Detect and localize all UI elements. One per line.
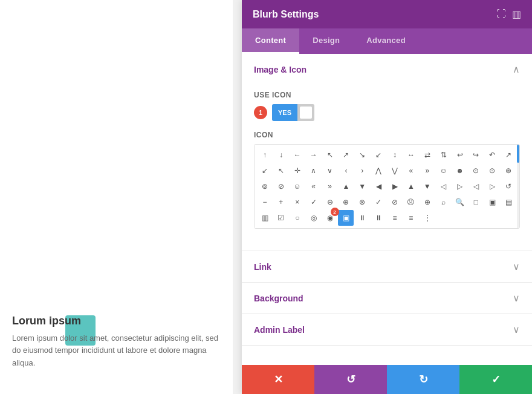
icon-cell[interactable]: ⏸ xyxy=(354,210,370,226)
panel-header-icons: ⛶ ▥ xyxy=(496,8,521,20)
background-chevron: ∨ xyxy=(513,292,520,304)
icon-cell[interactable]: » xyxy=(420,163,435,179)
icon-cell[interactable]: ⇄ xyxy=(420,147,435,163)
image-icon-section-header[interactable]: Image & Icon ∧ xyxy=(242,54,532,85)
icon-cell[interactable]: ↪ xyxy=(468,147,484,163)
icon-cell[interactable]: + xyxy=(273,194,289,210)
icon-cell[interactable]: ⋮ xyxy=(420,210,435,226)
icon-cell[interactable]: ◀ xyxy=(371,179,386,194)
admin-label-section: Admin Label ∨ xyxy=(242,314,532,346)
icon-cell[interactable]: ‹ xyxy=(338,163,354,179)
icon-cell[interactable]: ∨ xyxy=(322,163,338,179)
icon-cell[interactable]: ▥ xyxy=(257,210,273,226)
icon-cell[interactable]: ↺ xyxy=(501,179,516,194)
preview-text-area: Lorum ipsum Lorem ipsum dolor sit amet, … xyxy=(0,315,233,370)
icon-cell[interactable]: ↖ xyxy=(322,147,338,163)
redo-button[interactable]: ↻ xyxy=(387,365,459,394)
columns-icon[interactable]: ▥ xyxy=(512,8,521,20)
tab-advanced[interactable]: Advanced xyxy=(353,28,419,54)
admin-label-section-header[interactable]: Admin Label ∨ xyxy=(242,314,532,345)
icon-cell[interactable]: ◁ xyxy=(436,179,452,194)
icon-cell-selected[interactable]: ▣ xyxy=(338,210,354,226)
icon-cell[interactable]: ↙ xyxy=(257,163,273,179)
icon-cell[interactable]: ☑ xyxy=(273,210,289,226)
icon-cell[interactable]: □ xyxy=(468,194,484,210)
icon-cell[interactable]: 2 ◉ xyxy=(322,210,338,226)
icon-cell[interactable]: ↗ xyxy=(501,147,516,163)
icon-cell[interactable]: ○ xyxy=(290,210,305,226)
icon-cell[interactable]: ↶ xyxy=(484,147,500,163)
link-chevron: ∨ xyxy=(513,261,520,272)
icon-cell[interactable]: ⏸ xyxy=(371,210,386,226)
icon-cell[interactable]: − xyxy=(257,194,273,210)
icon-cell[interactable]: ≡ xyxy=(387,210,403,226)
icon-cell[interactable]: ✓ xyxy=(371,194,386,210)
icon-cell[interactable]: ☺ xyxy=(290,179,305,194)
icon-cell[interactable]: ▼ xyxy=(354,179,370,194)
undo-button[interactable]: ↺ xyxy=(314,365,387,394)
icon-grid: ↑ ↓ ← → ↖ ↗ ↘ ↙ ↕ ↔ ⇄ ⇅ ↩ xyxy=(255,145,519,228)
icon-cell[interactable]: ⊕ xyxy=(420,194,435,210)
icon-cell[interactable]: « xyxy=(306,179,322,194)
icon-cell[interactable]: ↩ xyxy=(452,147,468,163)
link-section-header[interactable]: Link ∨ xyxy=(242,251,532,282)
toggle-row: 1 YES xyxy=(254,104,520,121)
icon-cell[interactable]: ⊗ xyxy=(354,194,370,210)
tab-design[interactable]: Design xyxy=(299,28,353,54)
icon-cell[interactable]: ⋀ xyxy=(371,163,386,179)
icon-cell[interactable]: ← xyxy=(290,147,305,163)
fullscreen-icon[interactable]: ⛶ xyxy=(496,8,506,20)
icon-cell[interactable]: » xyxy=(322,179,338,194)
icon-cell[interactable]: 🔍 xyxy=(452,194,468,210)
icon-cell[interactable]: ◁ xyxy=(468,179,484,194)
icon-cell[interactable]: ▷ xyxy=(484,179,500,194)
icon-cell[interactable]: ▲ xyxy=(403,179,419,194)
icon-cell[interactable]: ⌕ xyxy=(436,194,452,210)
tab-content[interactable]: Content xyxy=(242,28,299,54)
icon-cell[interactable]: ↑ xyxy=(257,147,273,163)
icon-cell[interactable]: → xyxy=(306,147,322,163)
icon-cell[interactable]: « xyxy=(403,163,419,179)
icon-cell[interactable]: › xyxy=(354,163,370,179)
link-section: Link ∨ xyxy=(242,251,532,283)
admin-label-title: Admin Label xyxy=(254,325,305,335)
icon-cell[interactable]: ▶ xyxy=(387,179,403,194)
save-button[interactable]: ✓ xyxy=(459,365,532,394)
icon-cell[interactable]: ☺ xyxy=(436,163,452,179)
icon-cell[interactable]: ↕ xyxy=(387,147,403,163)
icon-cell[interactable]: ⊕ xyxy=(338,194,354,210)
background-section-header[interactable]: Background ∨ xyxy=(242,283,532,314)
icon-cell[interactable]: ↙ xyxy=(371,147,386,163)
icon-cell[interactable]: ✛ xyxy=(290,163,305,179)
icon-cell[interactable]: × xyxy=(290,194,305,210)
icon-cell[interactable]: ☻ xyxy=(452,163,468,179)
icon-cell[interactable]: ⇅ xyxy=(436,147,452,163)
icon-cell[interactable]: ↘ xyxy=(354,147,370,163)
icon-cell[interactable]: ▷ xyxy=(452,179,468,194)
toggle-handle-inner xyxy=(300,107,312,119)
icon-cell[interactable]: ↔ xyxy=(403,147,419,163)
icon-cell[interactable]: ☹ xyxy=(403,194,419,210)
icon-cell[interactable]: ↓ xyxy=(273,147,289,163)
icon-cell[interactable]: ⊚ xyxy=(257,179,273,194)
use-icon-toggle[interactable]: YES xyxy=(272,104,314,121)
icon-cell[interactable]: ⊘ xyxy=(387,194,403,210)
icon-cell[interactable]: ▲ xyxy=(338,179,354,194)
icon-cell[interactable]: ▼ xyxy=(420,179,435,194)
icon-grid-scrollbar[interactable] xyxy=(517,145,519,228)
icon-cell[interactable]: ⋁ xyxy=(387,163,403,179)
icon-cell[interactable]: ✓ xyxy=(306,194,322,210)
icon-cell[interactable]: ↗ xyxy=(338,147,354,163)
icon-cell[interactable]: ▤ xyxy=(501,194,516,210)
icon-cell[interactable]: ▣ xyxy=(484,194,500,210)
icon-cell[interactable]: ⊘ xyxy=(273,179,289,194)
icon-cell[interactable]: ≡ xyxy=(403,210,419,226)
admin-label-chevron: ∨ xyxy=(513,324,520,335)
icon-cell[interactable]: ◎ xyxy=(306,210,322,226)
icon-cell[interactable]: ↖ xyxy=(273,163,289,179)
icon-cell[interactable]: ⊙ xyxy=(468,163,484,179)
icon-cell[interactable]: ⊙ xyxy=(484,163,500,179)
icon-cell[interactable]: ⊛ xyxy=(501,163,516,179)
icon-cell[interactable]: ∧ xyxy=(306,163,322,179)
cancel-button[interactable]: ✕ xyxy=(242,365,314,394)
